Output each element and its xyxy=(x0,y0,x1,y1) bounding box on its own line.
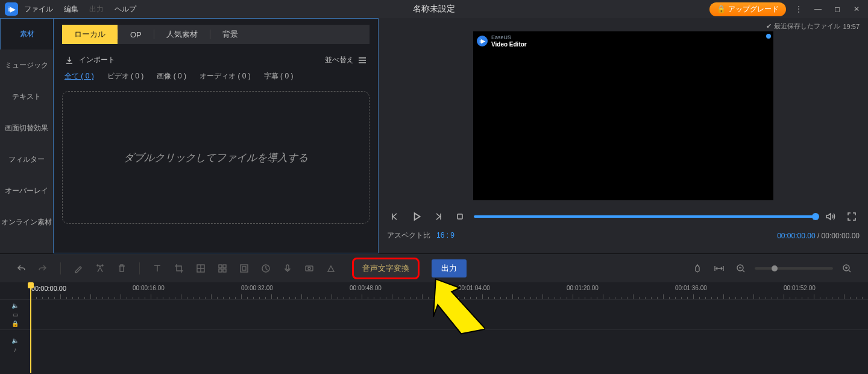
audio-track[interactable]: 🔈 ♪ xyxy=(0,329,868,360)
separator xyxy=(60,262,61,274)
playhead-time: 00:00:00.00 xyxy=(31,285,66,292)
ruler-mark: 00:01:04.00 xyxy=(458,285,490,291)
split-button[interactable] xyxy=(92,261,108,276)
preview-controls xyxy=(387,209,860,224)
zoom-out-button[interactable] xyxy=(733,261,749,276)
prev-frame-button[interactable] xyxy=(387,209,403,224)
separator xyxy=(139,262,140,274)
speed-button[interactable] xyxy=(258,261,274,276)
freeze-button[interactable] xyxy=(215,261,230,276)
filter-subtitle[interactable]: 字幕 ( 0 ) xyxy=(264,71,294,81)
time-total: 00:00:00.00 xyxy=(822,232,860,240)
zoom-slider[interactable] xyxy=(755,267,833,270)
mute-icon[interactable]: 🔈 xyxy=(11,337,19,344)
brand-badge: i▶ EaseUS Video Editor xyxy=(477,35,527,48)
time-sep: / xyxy=(817,232,822,240)
sidebar-tab-media[interactable]: 素材 xyxy=(0,18,53,49)
text-button[interactable] xyxy=(149,261,165,276)
ruler-mark: 00:00:48.00 xyxy=(350,285,382,291)
upgrade-button[interactable]: 🔒 アップグレード xyxy=(709,2,786,16)
fullscreen-button[interactable] xyxy=(844,209,860,224)
volume-button[interactable] xyxy=(822,209,838,224)
media-tab-op[interactable]: OP xyxy=(118,26,154,43)
time-ruler[interactable]: 00:00:00.00 00:00:16.0000:00:32.0000:00:… xyxy=(0,282,868,299)
sidebar-tab-filter[interactable]: フィルター xyxy=(0,144,53,175)
menu-edit[interactable]: 編集 xyxy=(64,4,78,14)
media-filter-row: 全て ( 0 ) ビデオ ( 0 ) 画像 ( 0 ) オーディオ ( 0 ) … xyxy=(64,71,367,81)
stop-button[interactable] xyxy=(452,209,468,224)
ruler-mark: 00:01:36.00 xyxy=(675,285,707,291)
chroma-button[interactable] xyxy=(323,261,339,276)
record-button[interactable] xyxy=(301,261,317,276)
media-tabs: ローカル OP 人気素材 背景 xyxy=(62,25,370,44)
import-button[interactable]: インポート xyxy=(64,55,115,65)
mosaic-button[interactable] xyxy=(193,261,209,276)
media-tab-background[interactable]: 背景 xyxy=(210,25,250,44)
crop-button[interactable] xyxy=(171,261,187,276)
timeline-area: 00:00:00.00 00:00:16.0000:00:32.0000:00:… xyxy=(0,282,868,374)
voiceover-button[interactable] xyxy=(280,261,295,276)
ruler-mark: 00:00:16.00 xyxy=(133,285,165,291)
speech-to-text-button[interactable]: 音声文字変換 xyxy=(352,258,420,279)
play-button[interactable] xyxy=(409,209,424,224)
aspect-ratio-select[interactable]: 16 : 9 xyxy=(436,231,454,239)
undo-button[interactable] xyxy=(13,261,29,276)
edit-button[interactable] xyxy=(71,261,86,276)
video-track[interactable]: 🔈 ▭ 🔒 xyxy=(0,299,868,329)
svg-rect-3 xyxy=(223,265,226,268)
brand-bottom: Video Editor xyxy=(491,41,527,48)
sort-button[interactable]: 並べ替え xyxy=(325,55,367,65)
zoom-button[interactable] xyxy=(236,261,252,276)
minimize-button[interactable]: — xyxy=(811,2,825,16)
brand-top: EaseUS xyxy=(491,35,527,41)
import-icon xyxy=(64,55,74,65)
more-menu-button[interactable]: ⋮ xyxy=(792,2,805,16)
audio-track-icon: ♪ xyxy=(14,346,17,353)
next-frame-button[interactable] xyxy=(430,209,446,224)
media-tab-local[interactable]: ローカル xyxy=(62,25,118,44)
lock-icon[interactable]: 🔒 xyxy=(11,320,19,327)
menu-help[interactable]: ヘルプ xyxy=(115,4,136,14)
aspect-label: アスペクト比 xyxy=(387,231,430,239)
media-tab-popular[interactable]: 人気素材 xyxy=(154,25,210,44)
delete-button[interactable] xyxy=(114,261,130,276)
progress-handle[interactable] xyxy=(812,213,819,220)
close-button[interactable]: ✕ xyxy=(850,2,863,16)
preview-progress[interactable] xyxy=(474,215,816,218)
menu-export[interactable]: 出力 xyxy=(89,4,104,14)
playhead[interactable] xyxy=(30,282,31,373)
sidebar-tab-text[interactable]: テキスト xyxy=(0,81,53,112)
audio-track-head: 🔈 ♪ xyxy=(0,330,30,360)
maximize-button[interactable]: ◻ xyxy=(831,2,844,16)
export-button[interactable]: 出力 xyxy=(432,259,467,277)
filter-video[interactable]: ビデオ ( 0 ) xyxy=(107,71,144,81)
sidebar-tab-overlay[interactable]: オーバーレイ xyxy=(0,175,53,206)
autofit-button[interactable] xyxy=(711,261,727,276)
ruler-mark: 00:00:32.00 xyxy=(241,285,273,291)
lock-icon: 🔒 xyxy=(717,5,726,13)
video-track-head: 🔈 ▭ 🔒 xyxy=(0,300,30,329)
ruler-mark: 00:01:20.00 xyxy=(567,285,599,291)
svg-rect-6 xyxy=(241,265,248,272)
svg-rect-5 xyxy=(223,269,226,272)
main-area: 素材 ミュージック テキスト 画面切替効果 フィルター オーバーレイ オンライン… xyxy=(0,18,868,253)
list-icon xyxy=(357,57,367,64)
zoom-in-button[interactable] xyxy=(839,261,855,276)
media-dropzone[interactable]: ダブルクリックしてファイルを導入する xyxy=(62,91,370,224)
redo-button[interactable] xyxy=(35,261,51,276)
svg-point-11 xyxy=(308,267,310,270)
sidebar-tab-online[interactable]: オンライン素材 xyxy=(0,206,53,238)
check-icon: ✔ xyxy=(766,22,772,30)
zoom-knob[interactable] xyxy=(772,265,778,271)
recent-save-label: 最近保存したファイル xyxy=(774,22,840,31)
svg-rect-4 xyxy=(219,269,222,272)
filter-image[interactable]: 画像 ( 0 ) xyxy=(157,71,186,81)
sidebar-tab-music[interactable]: ミュージック xyxy=(0,49,53,81)
timeline-toolbar: 音声文字変換 出力 xyxy=(0,253,868,282)
sidebar-tab-transition[interactable]: 画面切替効果 xyxy=(0,112,53,144)
mute-icon[interactable]: 🔈 xyxy=(11,302,19,309)
marker-button[interactable] xyxy=(690,261,705,276)
filter-all[interactable]: 全て ( 0 ) xyxy=(64,71,94,81)
filter-audio[interactable]: オーディオ ( 0 ) xyxy=(200,71,251,81)
menu-file[interactable]: ファイル xyxy=(24,4,53,14)
